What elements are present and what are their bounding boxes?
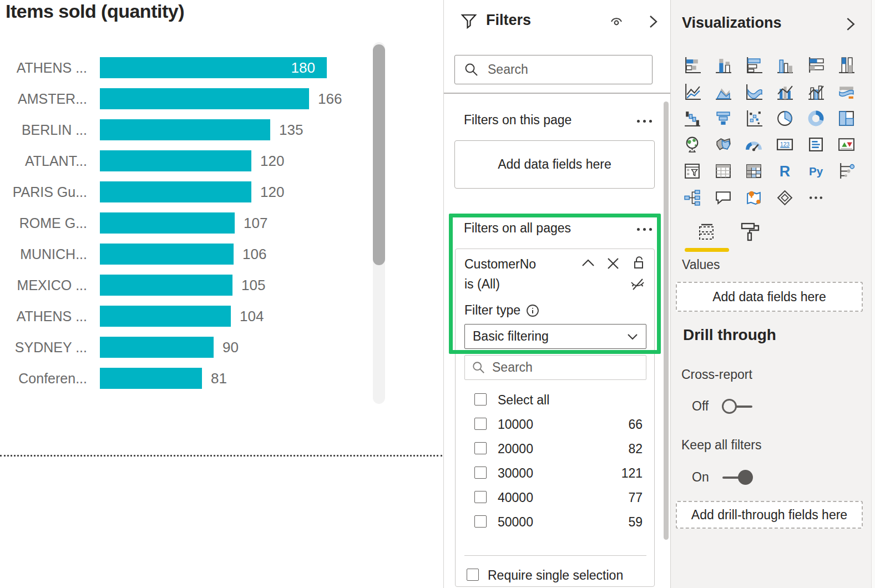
viz-icon-clustered-column-chart[interactable] [770, 52, 801, 79]
cross-report-label: Cross-report [681, 367, 752, 382]
viz-icon-power-apps[interactable] [770, 184, 801, 211]
bar[interactable] [100, 212, 235, 234]
filter-field-name: CustomerNo [464, 257, 536, 272]
viz-icon-area-chart[interactable] [708, 79, 739, 105]
filter-values-search-input[interactable] [492, 360, 656, 375]
viz-icon-treemap[interactable] [831, 105, 862, 131]
drill-through-add-fields-dropzone[interactable]: Add drill-through fields here [676, 501, 863, 529]
value-checkbox[interactable] [474, 491, 487, 503]
bar[interactable] [100, 275, 232, 296]
category-label: ATHENS ... [0, 52, 87, 83]
viz-icon-stacked-bar-chart[interactable] [677, 52, 708, 79]
viz-icon-decomposition-tree[interactable] [677, 184, 708, 211]
viz-icon-100-stacked-bar-chart[interactable] [800, 52, 831, 79]
value-checkbox[interactable] [474, 515, 487, 528]
filter-type-dropdown[interactable]: Basic filtering [464, 324, 646, 349]
cross-report-toggle-off[interactable] [722, 399, 752, 414]
viz-icon-donut-chart[interactable] [800, 105, 831, 131]
info-icon[interactable] [525, 303, 540, 318]
chevron-down-icon [626, 330, 639, 343]
filter-values-search-box [464, 355, 646, 380]
active-tab-underline [685, 248, 729, 252]
more-options-icon[interactable] [637, 120, 652, 123]
bar[interactable] [100, 337, 214, 358]
viz-icon-r-script[interactable]: R [770, 158, 801, 185]
viz-icon-arcgis-map[interactable] [739, 184, 770, 211]
chart-row: ATHENS ...180 [0, 52, 388, 83]
data-label: 135 [279, 114, 303, 145]
bar[interactable] [100, 244, 234, 265]
keep-all-filters-toggle-on[interactable] [722, 470, 753, 485]
filters-pane-scrollbar-thumb[interactable] [664, 102, 669, 540]
category-label: MUNICH... [0, 239, 87, 270]
collapse-chevron-up-icon[interactable] [580, 256, 596, 273]
viz-icon-line-clustered-column-chart[interactable] [800, 79, 831, 105]
unlock-icon[interactable] [630, 255, 646, 272]
viz-icon-matrix[interactable] [739, 158, 770, 185]
bar[interactable] [100, 88, 309, 109]
bar[interactable] [100, 119, 270, 140]
value-count: 121 [621, 461, 643, 485]
viz-pane-scrollbar-track[interactable] [871, 0, 875, 588]
viz-icon-map[interactable] [677, 131, 708, 158]
add-data-fields-dropzone[interactable]: Add data fields here [454, 140, 655, 189]
viz-icon-qa-visual[interactable] [708, 184, 739, 211]
viz-icon-multi-row-card[interactable] [800, 131, 831, 158]
viz-icon-more-options[interactable] [800, 184, 831, 211]
format-paint-roller-tab-icon[interactable] [740, 221, 761, 245]
viz-icon-filled-map[interactable] [708, 131, 739, 158]
value-count: 66 [628, 412, 643, 437]
bar[interactable] [100, 306, 231, 327]
value-count: 82 [628, 437, 643, 461]
chart-row: MUNICH...106 [0, 239, 388, 270]
select-all-checkbox[interactable] [474, 393, 487, 405]
select-all-label: Select all [498, 388, 549, 412]
value-label: 40000 [498, 485, 533, 510]
remove-filter-close-icon[interactable] [605, 256, 621, 273]
viz-icon-ribbon-chart[interactable] [831, 79, 862, 105]
bar[interactable] [100, 368, 202, 389]
bar[interactable] [100, 150, 251, 171]
viz-icon-scatter-chart[interactable] [739, 105, 770, 131]
filter-value-row: 1000066 [456, 412, 655, 437]
viz-icon-waterfall-chart[interactable] [677, 105, 708, 131]
viz-icon-kpi[interactable] [831, 131, 862, 158]
viz-icon-gauge[interactable] [739, 131, 770, 158]
viz-icon-funnel-chart[interactable] [708, 105, 739, 131]
values-add-fields-dropzone[interactable]: Add data fields here [676, 282, 863, 312]
require-single-selection-checkbox[interactable] [467, 569, 479, 581]
chart-scrollbar-thumb[interactable] [373, 44, 385, 265]
viz-icon-line-chart[interactable] [677, 79, 708, 105]
viz-icon-slicer[interactable] [677, 158, 708, 185]
filter-card-customerno: CustomerNo is (All) Filter type Basi [455, 249, 655, 587]
viz-icon-pie-chart[interactable] [770, 105, 801, 131]
viz-icon-100-stacked-column-chart[interactable] [831, 52, 862, 79]
viz-icon-clustered-bar-chart[interactable] [739, 52, 770, 79]
viz-icon-stacked-area-chart[interactable] [739, 79, 770, 105]
value-checkbox[interactable] [474, 418, 487, 430]
filters-this-page-header: Filters on this page [464, 113, 571, 128]
filters-search-input[interactable] [488, 62, 652, 77]
viz-icon-stacked-column-chart[interactable] [708, 52, 739, 79]
collapse-pane-chevron-right-icon[interactable] [843, 17, 858, 34]
category-label: Conferen... [0, 363, 87, 394]
drill-through-heading: Drill through [683, 326, 776, 344]
value-checkbox[interactable] [474, 467, 487, 479]
svg-text:R: R [780, 163, 790, 180]
bar[interactable] [100, 181, 251, 202]
eye-icon[interactable] [608, 14, 625, 33]
eye-slash-hidden-icon[interactable] [629, 275, 646, 294]
viz-icon-line-stacked-column-chart[interactable] [770, 79, 801, 105]
chart-row: AMSTER...166 [0, 83, 388, 114]
viz-icon-key-influencers[interactable] [831, 158, 862, 185]
value-checkbox[interactable] [474, 442, 487, 454]
fields-tab-icon[interactable] [695, 221, 717, 246]
viz-icon-card[interactable]: 123 [770, 131, 801, 158]
chart-row: MEXICO ...105 [0, 270, 388, 301]
collapse-pane-chevron-right-icon[interactable] [646, 14, 660, 31]
data-label: 106 [242, 239, 266, 270]
visualizations-pane: Visualizations 123RPy Values Add data fi… [670, 0, 875, 588]
viz-icon-python-visual[interactable]: Py [800, 158, 831, 185]
more-options-icon[interactable] [637, 228, 652, 231]
viz-icon-table[interactable] [708, 158, 739, 185]
